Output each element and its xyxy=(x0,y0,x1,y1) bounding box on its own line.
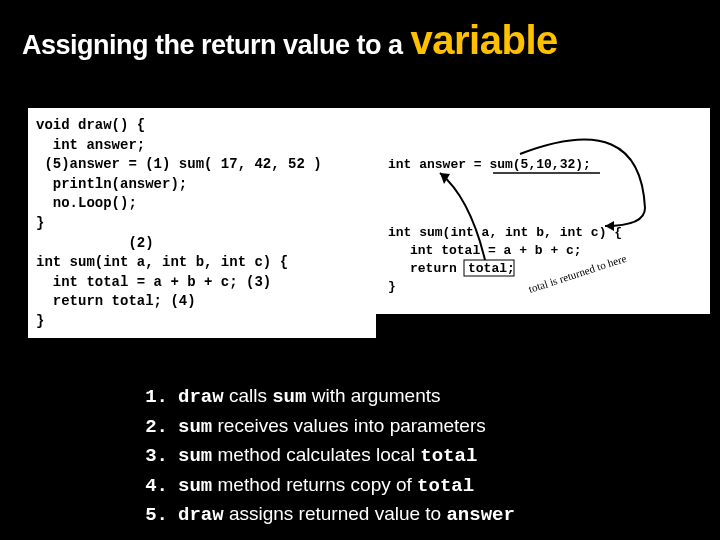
flow-diagram: int answer = sum(5,10,32); int sum(int a… xyxy=(372,108,710,314)
step-1: 1. draw calls sum with arguments xyxy=(144,382,515,412)
code-listing: void draw() { int answer; (5)answer = (1… xyxy=(28,108,376,338)
arrow-call xyxy=(520,140,645,226)
diagram-call-line: int answer = sum(5,10,32); xyxy=(388,157,591,172)
title-prefix: Assigning the return value to a xyxy=(22,30,403,61)
step-2: 2. sum receives values into parameters xyxy=(144,412,515,442)
step-list: 1. draw calls sum with arguments 2. sum … xyxy=(144,382,515,530)
diagram-close: } xyxy=(388,279,396,294)
diagram-side-note: total is returned to here xyxy=(527,252,628,295)
title-highlight: variable xyxy=(411,18,558,63)
slide-title: Assigning the return value to a variable xyxy=(22,18,558,63)
diagram-body-line: int total = a + b + c; xyxy=(410,243,582,258)
step-3: 3. sum method calculates local total xyxy=(144,441,515,471)
diagram-ret-line: return xyxy=(410,261,457,276)
diagram-decl-line: int sum(int a, int b, int c) { xyxy=(388,225,622,240)
step-5: 5. draw assigns returned value to answer xyxy=(144,500,515,530)
diagram-ret-total: total; xyxy=(468,261,515,276)
step-4: 4. sum method returns copy of total xyxy=(144,471,515,501)
